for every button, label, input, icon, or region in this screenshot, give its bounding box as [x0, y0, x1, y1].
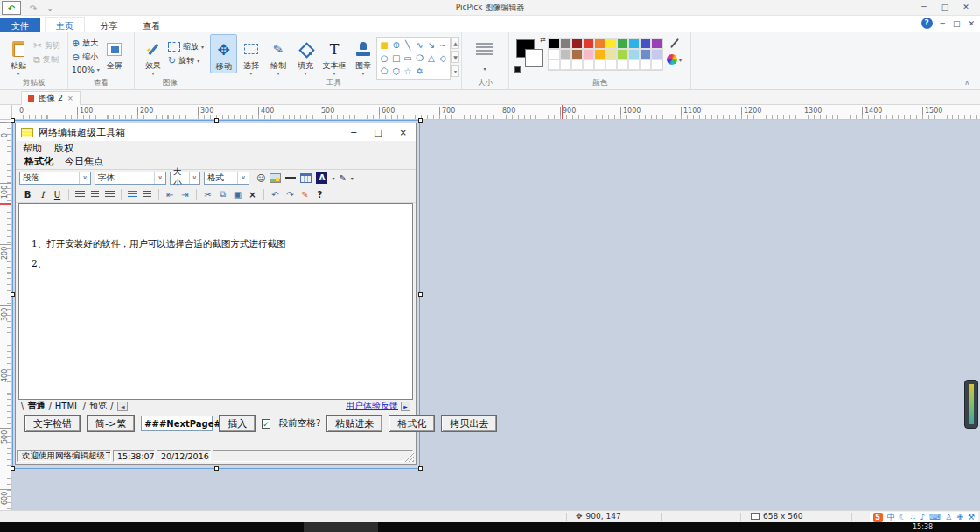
shape-icon[interactable]	[438, 65, 449, 78]
palette-color-swatch[interactable]	[560, 60, 571, 70]
shape-icon[interactable]: ◇	[438, 52, 449, 65]
palette-color-swatch[interactable]	[628, 60, 640, 70]
select-tool-button[interactable]: 选择 ▾	[237, 34, 264, 75]
palette-color-swatch[interactable]	[628, 38, 640, 49]
shape-icon[interactable]: ■	[378, 38, 389, 52]
zoom-level-dropdown[interactable]: 100%▾	[72, 66, 100, 74]
move-tool-button[interactable]: ✥ 移动	[210, 34, 237, 74]
selection-handle[interactable]	[10, 292, 15, 297]
shape-icon[interactable]: ✡	[414, 65, 425, 78]
night-mode-icon[interactable]: ☾	[900, 513, 906, 522]
help-icon[interactable]: ?	[921, 18, 933, 29]
cut-button[interactable]: ✂剪切	[33, 39, 60, 52]
palette-color-swatch[interactable]	[617, 49, 628, 60]
shape-icon[interactable]: ○	[378, 52, 389, 65]
shape-icon[interactable]: ☆	[402, 65, 413, 78]
swap-colors-icon[interactable]: ⇄	[540, 36, 546, 44]
selection-handle[interactable]	[418, 292, 423, 297]
palette-color-swatch[interactable]	[549, 38, 560, 49]
palette-color-swatch[interactable]	[560, 38, 571, 49]
selection-handle[interactable]	[214, 118, 219, 122]
palette-color-swatch[interactable]	[617, 60, 628, 70]
color-wheel-icon[interactable]	[667, 54, 677, 65]
palette-color-swatch[interactable]	[651, 60, 662, 70]
account-icon[interactable]: ♙	[945, 513, 952, 522]
selection-handle[interactable]	[10, 118, 15, 122]
palette-color-swatch[interactable]	[583, 38, 594, 49]
chinese-mode-icon[interactable]: 中	[887, 513, 895, 522]
rotate-button[interactable]: ↻旋转▾	[168, 55, 204, 66]
close-button[interactable]: ✕	[956, 0, 976, 15]
color-selector[interactable]: ⇄	[514, 38, 546, 73]
mdi-restore-button[interactable]: □	[953, 19, 961, 28]
zoom-in-button[interactable]: ⊕放大	[72, 38, 100, 49]
palette-color-swatch[interactable]	[594, 38, 606, 49]
draw-tool-button[interactable]: ✎ 绘制 ▾	[264, 34, 291, 75]
shapes-down-button[interactable]: ▼	[452, 51, 459, 63]
copy-button[interactable]: ⧉复制	[33, 54, 60, 66]
shape-icon[interactable]: □	[390, 52, 402, 65]
canvas[interactable]: 网络编辑超级工具箱 ─ □ × 帮助 版权 格式化 今日焦点 段落∨	[12, 120, 420, 469]
zoom-out-button[interactable]: ⊖缩小	[72, 52, 100, 63]
selection-handle[interactable]	[418, 466, 423, 471]
skin-icon[interactable]: ✙	[956, 513, 963, 522]
fill-tool-button[interactable]: 填充 ▾	[292, 34, 319, 75]
maximize-button[interactable]: □	[934, 0, 956, 15]
palette-color-swatch[interactable]	[560, 49, 571, 60]
fullscreen-button[interactable]: 全屏	[100, 34, 130, 72]
palette-color-swatch[interactable]	[606, 60, 617, 70]
palette-color-swatch[interactable]	[549, 49, 560, 60]
palette-color-swatch[interactable]	[651, 49, 662, 60]
default-colors-icon[interactable]	[514, 66, 521, 73]
shape-icon[interactable]: △	[425, 52, 437, 65]
shapes-up-button[interactable]: ▲	[452, 37, 459, 49]
selection-handle[interactable]	[418, 118, 423, 122]
shape-icon[interactable]: ⬡	[390, 65, 402, 78]
palette-color-swatch[interactable]	[549, 60, 560, 70]
palette-color-swatch[interactable]	[571, 60, 583, 70]
shape-icon[interactable]: ▭	[402, 52, 413, 65]
shape-icon[interactable]	[425, 65, 437, 78]
shape-icon[interactable]: ∿	[414, 38, 425, 52]
mdi-close-button[interactable]: ✕	[968, 19, 975, 28]
shape-icon[interactable]: ↘	[425, 38, 437, 52]
wrench-icon[interactable]: ⚒	[968, 513, 975, 522]
sogou-logo-icon[interactable]: S	[873, 513, 883, 522]
sparkle-icon[interactable]: ∴	[911, 513, 916, 522]
collapse-ribbon-icon[interactable]: ∧	[964, 79, 970, 87]
palette-color-swatch[interactable]	[640, 49, 651, 60]
selection-handle[interactable]	[10, 466, 15, 471]
shape-icon[interactable]: ⬠	[378, 65, 389, 78]
taskbar[interactable]: 15:38	[0, 522, 980, 532]
shape-icon[interactable]: ⊕	[390, 38, 402, 52]
selection-handle[interactable]	[214, 466, 219, 471]
minimize-button[interactable]: ─	[914, 0, 934, 15]
palette-color-swatch[interactable]	[583, 49, 594, 60]
palette-color-swatch[interactable]	[606, 49, 617, 60]
taskbar-active-app-button[interactable]	[304, 522, 378, 532]
palette-color-swatch[interactable]	[606, 38, 617, 49]
palette-color-swatch[interactable]	[583, 60, 594, 70]
palette-color-swatch[interactable]	[640, 38, 651, 49]
palette-color-swatch[interactable]	[571, 49, 583, 60]
mdi-minimize-button[interactable]: ─	[941, 19, 945, 28]
palette-color-swatch[interactable]	[594, 49, 606, 60]
voice-input-icon[interactable]: ♪	[920, 513, 926, 522]
keyboard-icon[interactable]: ⌨	[929, 513, 941, 522]
stamp-tool-button[interactable]: 图章 ▾	[349, 34, 376, 75]
close-tab-icon[interactable]: ×	[67, 94, 74, 102]
eyedropper-icon[interactable]	[670, 38, 679, 48]
palette-color-swatch[interactable]	[628, 49, 640, 60]
effects-button[interactable]: ✦ 效果 ▾	[138, 34, 168, 75]
palette-color-swatch[interactable]	[617, 38, 628, 49]
tab-home[interactable]: 主页	[45, 17, 85, 33]
shapes-more-button[interactable]: ▾	[452, 65, 459, 77]
palette-color-swatch[interactable]	[651, 38, 662, 49]
shape-icon[interactable]: ╲	[402, 38, 413, 52]
background-color-swatch[interactable]	[525, 49, 543, 67]
palette-color-swatch[interactable]	[594, 60, 606, 70]
shape-icon[interactable]: ❍	[414, 52, 425, 65]
textbox-tool-button[interactable]: T 文本框 ▾	[319, 34, 350, 75]
shape-icon[interactable]: ∼	[438, 38, 449, 52]
paste-button[interactable]: 粘贴 ▾	[4, 34, 33, 75]
